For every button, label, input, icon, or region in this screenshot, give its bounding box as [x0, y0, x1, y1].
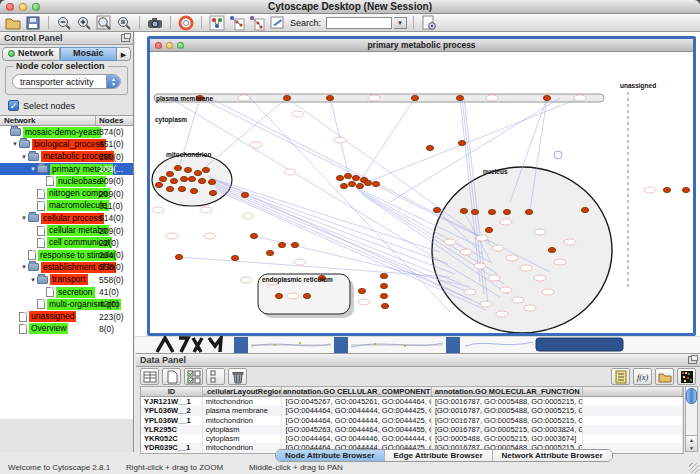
unselect-attributes-icon[interactable] [206, 368, 225, 385]
table-row[interactable]: YJR121W__1mitochondrion[GO:0045267, GO:0… [141, 397, 683, 406]
network-node[interactable] [194, 170, 201, 175]
network-node[interactable] [471, 209, 478, 214]
network-node[interactable] [326, 95, 333, 100]
network-node[interactable] [166, 186, 173, 191]
attribute-table-icon[interactable] [140, 368, 159, 385]
table-row[interactable]: YPL036W__2plasma membrane[GO:0044464, GO… [141, 406, 683, 415]
help-icon[interactable] [177, 15, 195, 31]
network-node[interactable] [202, 167, 209, 172]
network-node[interactable] [190, 188, 197, 193]
tree-row[interactable]: ▼metabolic process280(0) [0, 151, 133, 163]
network-node[interactable] [503, 209, 510, 214]
save-button[interactable] [24, 15, 42, 31]
network-node[interactable] [525, 209, 532, 214]
tree-row[interactable]: secretion41(0) [0, 286, 133, 298]
tab-edge-attribute-browser[interactable]: Edge Attribute Browser [385, 450, 493, 461]
tree-row[interactable]: mosaic-demo-yeast874(0) [0, 126, 133, 138]
tab-node-attribute-browser[interactable]: Node Attribute Browser [276, 450, 385, 461]
tree-row[interactable]: cell communicat22(0) [0, 237, 133, 249]
network-node[interactable] [485, 227, 492, 232]
network-node[interactable] [159, 176, 166, 181]
select-nodes-checkbox[interactable]: ✓ [8, 100, 19, 111]
search-dropdown-icon[interactable]: ▼ [394, 17, 407, 29]
tree-row[interactable]: ▼cellular process614(0) [0, 212, 133, 224]
network-node[interactable] [548, 247, 555, 252]
network-node[interactable] [336, 175, 343, 180]
network-node[interactable] [581, 207, 588, 212]
open-file-button[interactable] [4, 15, 22, 31]
table-row[interactable]: YPL036W__1mitochondrion[GO:0044464, GO:0… [141, 416, 683, 425]
network-node[interactable] [170, 178, 177, 183]
network-node[interactable] [283, 95, 290, 100]
network-node[interactable] [381, 303, 388, 308]
float-panel-icon[interactable] [688, 356, 697, 364]
tree-row[interactable]: nitrogen compo209(0) [0, 187, 133, 199]
tree-row[interactable]: ▼transport558(0) [0, 274, 133, 286]
select-attributes-icon[interactable] [184, 368, 203, 385]
resize-grip[interactable] [689, 463, 699, 473]
network-node[interactable] [380, 293, 387, 298]
expander-icon[interactable]: ▼ [11, 141, 19, 147]
network-window-titlebar[interactable]: primary metabolic process [150, 39, 693, 52]
search-input[interactable] [326, 17, 392, 29]
network-node[interactable] [411, 95, 418, 100]
table-row[interactable]: YLR295Ccytoplasm[GO:0045263, GO:0044464,… [141, 425, 683, 434]
zoom-out-icon[interactable] [55, 15, 73, 31]
network-node[interactable] [278, 242, 285, 247]
tree-row[interactable]: multi-organism pro42(0) [0, 298, 133, 310]
network-node[interactable] [266, 250, 273, 255]
network-node[interactable] [682, 187, 689, 192]
network-node[interactable] [178, 186, 185, 191]
tree-row[interactable]: nucleobase-209(0) [0, 175, 133, 187]
network-node[interactable] [458, 140, 465, 145]
tree-row[interactable]: macromolecule311(0) [0, 200, 133, 212]
scrollbar-arrows[interactable]: ▲▼ [686, 435, 697, 451]
network-node[interactable] [198, 178, 205, 183]
expander-icon[interactable]: ▼ [20, 154, 28, 160]
network-node[interactable] [175, 254, 182, 259]
import-attributes-icon[interactable] [655, 368, 674, 385]
network-node[interactable] [372, 181, 379, 186]
heatmap-icon[interactable] [677, 368, 696, 385]
network-node[interactable] [340, 183, 347, 188]
network-node[interactable] [166, 171, 173, 176]
expander-icon[interactable]: ▼ [20, 215, 28, 221]
tree-row[interactable]: unassigned223(0) [0, 310, 133, 322]
tab-network[interactable]: Network [2, 47, 60, 61]
network-node[interactable] [426, 145, 433, 150]
network-node[interactable] [380, 273, 387, 278]
table-row[interactable]: YKR052Ccytoplasm[GO:0044464, GO:0044446,… [141, 434, 683, 443]
network-node[interactable] [184, 167, 191, 172]
tree-row[interactable]: ▼biological_process651(0) [0, 138, 133, 150]
search-config-icon[interactable] [420, 15, 438, 31]
expander-icon[interactable]: ▼ [20, 264, 28, 270]
network-node[interactable] [352, 175, 359, 180]
first-neighbors-icon[interactable] [228, 15, 246, 31]
layout-icon[interactable] [208, 15, 226, 31]
column-header[interactable]: annotation.GO CELLULAR_COMPONENT [282, 387, 431, 396]
network-node[interactable] [303, 293, 310, 298]
zoom-fit-icon[interactable] [95, 15, 113, 31]
network-node[interactable] [208, 179, 215, 184]
network-node[interactable] [250, 233, 257, 238]
table-scrollbar[interactable]: ▲▼ [685, 386, 698, 452]
expander-icon[interactable]: ▼ [29, 166, 37, 172]
tab-mosaic[interactable]: Mosaic [60, 47, 118, 61]
column-header[interactable]: annotation.GO MOLECULAR_FUNCTION [432, 387, 583, 396]
new-attribute-icon[interactable] [162, 368, 181, 385]
network-node[interactable] [380, 283, 387, 288]
formula-icon[interactable]: f(x) [633, 368, 652, 385]
snapshot-icon[interactable] [146, 15, 164, 31]
network-node[interactable] [241, 192, 248, 197]
network-node[interactable] [188, 176, 195, 181]
network-node[interactable] [364, 180, 371, 185]
network-node[interactable] [209, 190, 216, 195]
window-titlebar[interactable]: Cytoscape Desktop (New Session) [0, 0, 700, 14]
network-node[interactable] [356, 183, 363, 188]
network-node[interactable] [456, 95, 463, 100]
annotation-icon[interactable] [268, 15, 286, 31]
network-node[interactable] [348, 181, 355, 186]
network-node[interactable] [231, 255, 238, 260]
network-canvas[interactable]: plasma membranecytoplasmmitochondrionnuc… [150, 52, 693, 333]
node-color-dropdown[interactable]: transporter activity ▲▼ [12, 74, 121, 89]
